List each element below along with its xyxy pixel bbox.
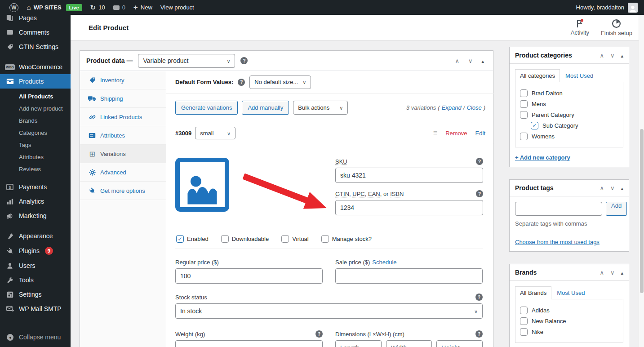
choose-most-used-tags-link[interactable]: Choose from the most used tags [515,239,600,245]
updates-indicator[interactable]: 10 [86,0,109,15]
new-content-menu[interactable]: New [129,0,156,15]
sku-input[interactable] [335,168,483,183]
sidebar-item-payments[interactable]: $ Payments [0,180,71,194]
regular-price-input[interactable] [175,268,323,284]
product-type-select[interactable]: Variable product [138,54,235,68]
variation-size-select[interactable]: small [195,127,235,139]
tab-advanced[interactable]: Advanced [80,163,166,182]
toggle-panel-icon[interactable] [621,52,623,59]
view-product-link[interactable]: View product [156,0,198,15]
sidebar-item-pages[interactable]: Pages [0,15,71,25]
brand-checkbox[interactable] [520,328,528,336]
drag-handle-icon[interactable] [433,129,437,137]
toggle-panel-icon[interactable] [481,58,484,64]
category-checkbox[interactable] [520,89,528,97]
sale-price-input[interactable] [335,268,483,284]
category-checkbox[interactable] [520,100,528,108]
category-item[interactable]: Womens [520,131,618,142]
close-link[interactable]: Close [466,104,481,111]
tab-shipping[interactable]: Shipping [80,89,166,108]
tab-all-categories[interactable]: All categories [515,69,560,82]
weight-input[interactable] [175,340,323,347]
submenu-item-categories[interactable]: Categories [0,127,71,139]
add-new-category-link[interactable]: + Add new category [515,154,570,161]
submenu-item-tags[interactable]: Tags [0,139,71,151]
category-item[interactable]: Sub Category [531,120,618,131]
edit-variation-link[interactable]: Edit [475,130,485,137]
tab-inventory[interactable]: Inventory [80,71,166,89]
category-item[interactable]: Brad Dalton [520,88,618,98]
height-input[interactable] [436,340,483,347]
stock-status-select[interactable]: In stock [175,303,483,319]
variation-image-placeholder[interactable] [175,158,229,212]
schedule-link[interactable]: Schedule [372,259,396,266]
tags-input[interactable] [515,202,602,216]
sidebar-item-wp-mail-smtp[interactable]: WP Mail SMTP [0,302,71,316]
tab-most-used[interactable]: Most Used [560,69,599,82]
toggle-panel-icon[interactable] [621,269,623,276]
submenu-item-attributes[interactable]: Attributes [0,151,71,163]
move-down-icon[interactable] [610,185,615,191]
sidebar-item-woocommerce[interactable]: WooCommerce [0,60,71,74]
brand-checkbox[interactable] [520,307,528,314]
category-checkbox[interactable] [531,122,538,129]
category-checkbox[interactable] [520,111,528,119]
virtual-checkbox-item[interactable]: Virtual [281,235,309,243]
finish-setup-button[interactable]: Finish setup [601,19,632,36]
brand-checkbox[interactable] [520,317,528,325]
scrollbar-track[interactable] [639,15,644,347]
move-down-icon[interactable] [610,52,615,59]
move-up-icon[interactable] [600,269,604,276]
brand-item[interactable]: New Balance [520,316,618,326]
sidebar-item-plugins[interactable]: Plugins 9 [0,243,71,258]
brand-item[interactable]: Adidas [520,305,618,316]
tab-attributes[interactable]: Attributes [80,126,166,145]
generate-variations-button[interactable]: Generate variations [175,101,238,115]
brands-panel-header[interactable]: Brands [510,264,629,281]
sidebar-item-settings[interactable]: Settings [0,287,71,302]
submenu-item-reviews[interactable]: Reviews [0,163,71,175]
remove-variation-link[interactable]: Remove [445,130,467,137]
howdy-account-menu[interactable]: Howdy, braddalton [576,4,624,11]
category-item[interactable]: Parent Category [520,109,618,120]
help-icon[interactable] [475,294,483,301]
sidebar-item-marketing[interactable]: Marketing [0,209,71,223]
wordpress-logo-menu[interactable] [5,0,22,15]
sidebar-item-analytics[interactable]: Analytics [0,194,71,209]
help-icon[interactable] [475,330,483,338]
sidebar-item-appearance[interactable]: Appearance [0,229,71,243]
scrollbar-thumb[interactable] [640,129,644,293]
help-icon[interactable] [238,79,245,86]
move-down-icon[interactable] [610,269,615,276]
move-down-icon[interactable] [468,58,473,64]
expand-link[interactable]: Expand [442,104,462,111]
enabled-checkbox[interactable] [176,235,184,243]
sidebar-item-tools[interactable]: Tools [0,273,71,287]
submenu-item-add-new-product[interactable]: Add new product [0,102,71,115]
toggle-panel-icon[interactable] [621,185,623,191]
tab-get-more-options[interactable]: Get more options [80,182,166,200]
sidebar-item-products[interactable]: Products [0,74,71,89]
tab-variations[interactable]: Variations [80,145,166,163]
length-input[interactable] [335,340,382,347]
add-manually-button[interactable]: Add manually [242,101,289,115]
comments-indicator[interactable]: 0 [109,0,129,15]
downloadable-checkbox[interactable] [221,235,229,243]
category-checkbox[interactable] [520,133,528,140]
activity-button[interactable]: Activity [571,19,589,36]
move-up-icon[interactable] [600,52,604,59]
categories-panel-header[interactable]: Product categories [510,47,629,64]
sidebar-item-comments[interactable]: Comments [0,25,71,40]
bulk-actions-select[interactable]: Bulk actions [293,101,348,115]
avatar[interactable] [628,3,638,13]
manage-stock-checkbox-item[interactable]: Manage stock? [321,235,372,243]
tab-linked-products[interactable]: Linked Products [80,108,166,126]
tab-most-used[interactable]: Most Used [551,286,590,299]
downloadable-checkbox-item[interactable]: Downloadable [221,235,269,243]
move-up-icon[interactable] [455,58,459,64]
submenu-item-all-products[interactable]: All Products [0,90,71,102]
submenu-item-brands[interactable]: Brands [0,115,71,127]
help-icon[interactable] [240,57,248,64]
sidebar-item-users[interactable]: Users [0,258,71,273]
collapse-menu-button[interactable]: Collapse menu [0,330,71,344]
